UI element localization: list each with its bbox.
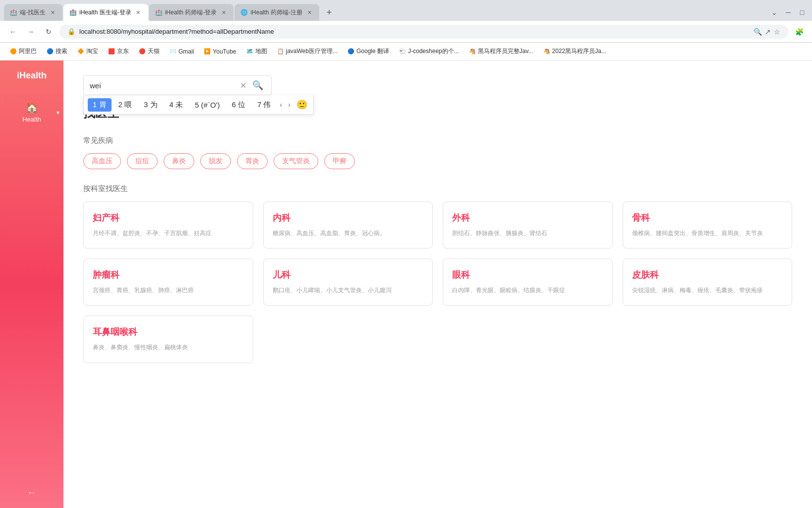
sidebar-item-health-label: Health bbox=[22, 116, 41, 123]
google-translate-icon: 🔵 bbox=[348, 48, 354, 55]
dept-card-surgery[interactable]: 外科 胆结石、静脉曲张、胰腺炎、肾结石 bbox=[443, 201, 613, 249]
bookmark-map[interactable]: 🗺️ 地图 bbox=[242, 45, 271, 58]
tab-1[interactable]: 🏥 端-找医生 ✕ bbox=[4, 4, 62, 21]
bookmark-tianmao[interactable]: 🔴 天猫 bbox=[135, 45, 164, 58]
disease-tag-hypertension[interactable]: 高血压 bbox=[83, 153, 121, 169]
bookmark-gmail[interactable]: ✉️ Gmail bbox=[166, 46, 198, 57]
bookmark-google-translate[interactable]: 🔵 Google 翻译 bbox=[344, 45, 393, 58]
dept-card-orthopedics[interactable]: 骨科 颈椎病、腰间盘突出、骨质增生、肩周炎、关节炎 bbox=[623, 201, 793, 249]
map-icon: 🗺️ bbox=[246, 48, 253, 55]
sidebar-item-health[interactable]: 🏠 Health ▾ bbox=[0, 96, 63, 129]
youtube-icon: ▶️ bbox=[204, 48, 211, 55]
dept-desc-ent: 鼻炎、鼻窦炎、慢性咽炎、扁桃体炎 bbox=[93, 343, 244, 352]
bookmark-jd[interactable]: 🟥 京东 bbox=[104, 45, 133, 58]
dept-card-ophthalmology[interactable]: 眼科 白内障、青光眼、眼睑病、结膜炎、干眼症 bbox=[443, 258, 613, 306]
bookmark-youtube[interactable]: ▶️ YouTube bbox=[200, 46, 240, 57]
tianmao-icon: 🔴 bbox=[139, 48, 146, 55]
forward-button[interactable]: → bbox=[24, 25, 38, 39]
gmail-icon: ✉️ bbox=[170, 48, 176, 55]
bookmark-alibaba-label: 阿里巴 bbox=[19, 47, 37, 56]
dept-card-dermatology[interactable]: 皮肤科 尖锐湿疣、淋病、梅毒、痤疮、毛囊炎、带状疱疹 bbox=[623, 258, 793, 306]
back-button[interactable]: ← bbox=[6, 25, 20, 39]
search-box: ✕ 🔍 bbox=[83, 75, 272, 95]
dept-name-surgery: 外科 bbox=[452, 212, 603, 224]
department-section: 按科室找医生 妇产科 月经不调、盆腔炎、不孕、子宫肌瘤、妊高症 内科 糖尿病、高… bbox=[83, 184, 792, 363]
taobao-icon: 🔶 bbox=[77, 48, 84, 55]
bookmark-taobao[interactable]: 🔶 淘宝 bbox=[73, 45, 102, 58]
dept-desc-pediatrics: 鹅口疮、小儿哮喘、小儿支气管炎、小儿腹泻 bbox=[273, 286, 424, 295]
disease-tag-onychomycosis[interactable]: 甲癣 bbox=[324, 153, 355, 169]
address-bar: ← → ↻ 🔒 localhost:8080/myhospital/depart… bbox=[0, 21, 812, 43]
tab-bar: 🏥 端-找医生 ✕ 🏥 iHealth 医生端-登录 ✕ 🏥 iHealth 药… bbox=[0, 0, 812, 21]
bookmark-codesheep[interactable]: 🐑 J-codesheep的个... bbox=[395, 45, 463, 58]
bookmark-heima2[interactable]: 🐴 2022黑马程序员Ja... bbox=[539, 45, 610, 58]
bookmark-taobao-label: 淘宝 bbox=[86, 47, 98, 56]
disease-tag-hairloss[interactable]: 脱发 bbox=[200, 153, 231, 169]
secure-icon: 🔒 bbox=[67, 28, 75, 35]
ime-candidate-4[interactable]: 4 未 bbox=[165, 98, 188, 112]
common-diseases-title: 常见疾病 bbox=[83, 136, 792, 145]
ime-candidate-1[interactable]: 1 胃 bbox=[88, 98, 112, 112]
url-bar-icons: 🔍 ↗ ☆ bbox=[754, 28, 780, 36]
tab-1-close[interactable]: ✕ bbox=[49, 8, 57, 16]
disease-tags-container: 高血压 痘痘 鼻炎 脱发 胃炎 支气管炎 甲癣 bbox=[83, 153, 792, 169]
dept-desc-gynecology: 月经不调、盆腔炎、不孕、子宫肌瘤、妊高症 bbox=[93, 229, 244, 238]
sidebar-menu: 🏠 Health ▾ bbox=[0, 96, 63, 129]
ime-candidate-7[interactable]: 7 伟 bbox=[252, 98, 276, 112]
dept-name-gynecology: 妇产科 bbox=[93, 212, 244, 224]
reload-button[interactable]: ↻ bbox=[42, 25, 56, 39]
tab-list-button[interactable]: ⌄ bbox=[768, 6, 780, 18]
search-button[interactable]: 🔍 bbox=[250, 80, 265, 91]
ime-candidate-2[interactable]: 2 喂 bbox=[114, 98, 137, 112]
dept-card-internal[interactable]: 内科 糖尿病、高血压、高血脂、胃炎、冠心病。 bbox=[263, 201, 433, 249]
tab-3[interactable]: 🏥 iHealth 药师端-登录 ✕ bbox=[149, 4, 234, 21]
dept-desc-ophthalmology: 白内障、青光眼、眼睑病、结膜炎、干眼症 bbox=[452, 286, 603, 295]
ime-candidate-bar: 1 胃 2 喂 3 为 4 未 5 (#`O') 6 位 7 伟 ‹ › 🙂 bbox=[83, 95, 314, 115]
search-url-icon[interactable]: 🔍 bbox=[754, 28, 762, 36]
search-input[interactable] bbox=[90, 81, 240, 90]
search-bm-icon: 🔵 bbox=[47, 48, 54, 55]
tab-3-close[interactable]: ✕ bbox=[220, 8, 228, 16]
ime-candidate-6[interactable]: 6 位 bbox=[227, 98, 250, 112]
tab-3-title: iHealth 药师端-登录 bbox=[165, 8, 217, 17]
sidebar-back-button[interactable]: ← bbox=[27, 487, 37, 498]
bookmark-javaweb-label: javaWeb医疗管理... bbox=[286, 47, 338, 56]
ime-prev-button[interactable]: ‹ bbox=[278, 99, 284, 111]
url-bar[interactable]: 🔒 localhost:8080/myhospital/department?m… bbox=[59, 25, 788, 39]
dept-name-ent: 耳鼻咽喉科 bbox=[93, 326, 244, 338]
minimize-button[interactable]: ─ bbox=[782, 6, 794, 18]
jd-icon: 🟥 bbox=[108, 48, 115, 55]
bookmark-star-icon[interactable]: ☆ bbox=[774, 28, 780, 36]
extensions-button[interactable]: 🧩 bbox=[792, 25, 806, 39]
ime-next-button[interactable]: › bbox=[286, 99, 292, 111]
tab-2-close[interactable]: ✕ bbox=[134, 8, 142, 16]
ime-emoji-button[interactable]: 🙂 bbox=[294, 97, 309, 112]
disease-tag-bronchitis[interactable]: 支气管炎 bbox=[274, 153, 318, 169]
tab-4[interactable]: 🌐 iHealth 药师端-注册 ✕ bbox=[234, 4, 319, 21]
dept-card-ent[interactable]: 耳鼻咽喉科 鼻炎、鼻窦炎、慢性咽炎、扁桃体炎 bbox=[83, 316, 253, 363]
bookmark-search[interactable]: 🔵 搜索 bbox=[43, 45, 71, 58]
bookmark-javaweb[interactable]: 📋 javaWeb医疗管理... bbox=[273, 45, 342, 58]
bookmark-codesheep-label: J-codesheep的个... bbox=[408, 47, 459, 56]
bookmarks-bar: 🟠 阿里巴 🔵 搜索 🔶 淘宝 🟥 京东 🔴 天猫 ✉️ Gmail ▶️ Yo… bbox=[0, 43, 812, 61]
disease-tag-acne[interactable]: 痘痘 bbox=[127, 153, 158, 169]
tab-1-title: 端-找医生 bbox=[20, 8, 46, 17]
dept-card-gynecology[interactable]: 妇产科 月经不调、盆腔炎、不孕、子宫肌瘤、妊高症 bbox=[83, 201, 253, 249]
share-icon[interactable]: ↗ bbox=[765, 28, 771, 36]
ime-candidate-5[interactable]: 5 (#`O') bbox=[190, 99, 225, 111]
bookmark-youtube-label: YouTube bbox=[213, 48, 236, 55]
dept-card-pediatrics[interactable]: 儿科 鹅口疮、小儿哮喘、小儿支气管炎、小儿腹泻 bbox=[263, 258, 433, 306]
bookmark-heima1[interactable]: 🐴 黑马程序员完整Jav... bbox=[465, 45, 537, 58]
bookmark-alibaba[interactable]: 🟠 阿里巴 bbox=[6, 45, 41, 58]
search-clear-button[interactable]: ✕ bbox=[240, 81, 246, 90]
tab-4-title: iHealth 药师端-注册 bbox=[250, 8, 302, 17]
tab-2[interactable]: 🏥 iHealth 医生端-登录 ✕ bbox=[63, 4, 148, 21]
new-tab-button[interactable]: + bbox=[322, 5, 336, 19]
disease-tag-gastritis[interactable]: 胃炎 bbox=[237, 153, 268, 169]
tab-4-close[interactable]: ✕ bbox=[305, 8, 313, 16]
disease-tag-rhinitis[interactable]: 鼻炎 bbox=[164, 153, 194, 169]
department-grid: 妇产科 月经不调、盆腔炎、不孕、子宫肌瘤、妊高症 内科 糖尿病、高血压、高血脂、… bbox=[83, 201, 792, 363]
ime-candidate-3[interactable]: 3 为 bbox=[139, 98, 163, 112]
maximize-button[interactable]: □ bbox=[796, 6, 808, 18]
dept-card-oncology[interactable]: 肿瘤科 宫颈癌、胃癌、乳腺癌、肺癌、淋巴癌 bbox=[83, 258, 253, 306]
